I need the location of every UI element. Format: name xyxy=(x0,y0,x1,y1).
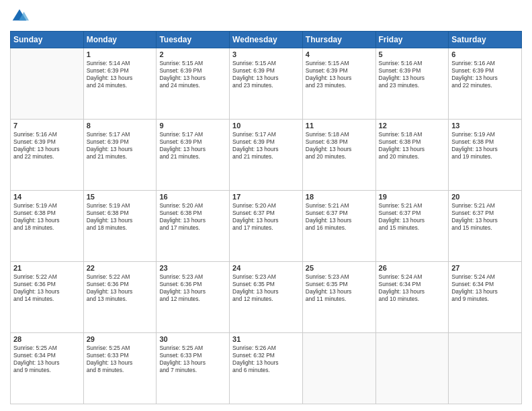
cell-line: Daylight: 13 hours xyxy=(13,288,81,295)
day-number: 26 xyxy=(379,264,446,272)
day-number: 6 xyxy=(451,50,519,58)
calendar-cell: 11Sunrise: 5:18 AMSunset: 6:38 PMDayligh… xyxy=(302,120,375,191)
cell-line: Daylight: 13 hours xyxy=(306,146,373,153)
cell-line: Sunset: 6:37 PM xyxy=(451,210,519,217)
calendar-cell: 13Sunrise: 5:19 AMSunset: 6:38 PMDayligh… xyxy=(449,120,522,191)
cell-line: Sunset: 6:36 PM xyxy=(159,281,226,288)
cell-line: Sunset: 6:39 PM xyxy=(159,67,226,75)
cell-line: and 21 minutes. xyxy=(232,153,300,161)
cell-line: Sunrise: 5:17 AM xyxy=(159,131,226,138)
cell-line: Sunset: 6:38 PM xyxy=(13,210,81,217)
cell-line: Sunset: 6:34 PM xyxy=(379,281,446,288)
cell-line: Daylight: 13 hours xyxy=(87,146,154,153)
cell-line: and 6 minutes. xyxy=(232,367,300,374)
day-header-wednesday: Wednesday xyxy=(230,32,303,48)
calendar-cell: 17Sunrise: 5:20 AMSunset: 6:37 PMDayligh… xyxy=(230,191,303,262)
cell-line: Daylight: 13 hours xyxy=(159,75,226,82)
cell-line: and 23 minutes. xyxy=(379,82,446,89)
cell-line: Daylight: 13 hours xyxy=(232,75,300,82)
cell-line: and 7 minutes. xyxy=(159,367,226,374)
calendar-cell: 3Sunrise: 5:15 AMSunset: 6:39 PMDaylight… xyxy=(230,48,303,120)
day-number: 24 xyxy=(232,264,300,272)
cell-line: Sunset: 6:34 PM xyxy=(451,281,519,288)
cell-line: Daylight: 13 hours xyxy=(232,359,300,367)
cell-line: and 12 minutes. xyxy=(232,295,300,303)
cell-line: and 11 minutes. xyxy=(306,295,373,303)
cell-line: and 15 minutes. xyxy=(379,224,446,232)
cell-line: Daylight: 13 hours xyxy=(13,146,81,153)
cell-line: Sunset: 6:34 PM xyxy=(13,352,81,359)
calendar-cell: 31Sunrise: 5:26 AMSunset: 6:32 PMDayligh… xyxy=(230,333,303,404)
day-header-saturday: Saturday xyxy=(449,32,522,48)
header xyxy=(10,7,522,26)
calendar-week-3: 14Sunrise: 5:19 AMSunset: 6:38 PMDayligh… xyxy=(11,191,522,262)
calendar-cell: 23Sunrise: 5:23 AMSunset: 6:36 PMDayligh… xyxy=(157,262,230,333)
cell-line: Daylight: 13 hours xyxy=(87,217,154,224)
cell-line: Sunrise: 5:20 AM xyxy=(159,202,226,210)
calendar-cell: 20Sunrise: 5:21 AMSunset: 6:37 PMDayligh… xyxy=(449,191,522,262)
day-number: 22 xyxy=(87,264,154,272)
cell-line: Sunset: 6:32 PM xyxy=(232,352,300,359)
day-number: 2 xyxy=(159,50,226,58)
cell-line: Sunrise: 5:21 AM xyxy=(451,202,519,210)
day-number: 8 xyxy=(87,122,154,130)
cell-line: Sunset: 6:37 PM xyxy=(379,210,446,217)
cell-line: Daylight: 13 hours xyxy=(232,288,300,295)
calendar-header-row: SundayMondayTuesdayWednesdayThursdayFrid… xyxy=(11,32,522,48)
cell-line: Sunrise: 5:17 AM xyxy=(232,131,300,138)
day-number: 25 xyxy=(306,264,373,272)
day-number: 14 xyxy=(13,193,81,201)
cell-line: Sunrise: 5:23 AM xyxy=(232,273,300,281)
day-number: 4 xyxy=(306,50,373,58)
cell-line: and 13 minutes. xyxy=(87,295,154,303)
calendar-table: SundayMondayTuesdayWednesdayThursdayFrid… xyxy=(10,31,522,404)
cell-line: Daylight: 13 hours xyxy=(379,146,446,153)
cell-line: and 14 minutes. xyxy=(13,295,81,303)
day-number: 10 xyxy=(232,122,300,130)
day-header-sunday: Sunday xyxy=(11,32,84,48)
cell-line: Sunset: 6:39 PM xyxy=(306,67,373,75)
calendar-cell: 12Sunrise: 5:18 AMSunset: 6:38 PMDayligh… xyxy=(375,120,449,191)
cell-line: and 12 minutes. xyxy=(159,295,226,303)
cell-line: Daylight: 13 hours xyxy=(379,288,446,295)
cell-line: and 23 minutes. xyxy=(232,82,300,89)
calendar-cell: 24Sunrise: 5:23 AMSunset: 6:35 PMDayligh… xyxy=(230,262,303,333)
cell-line: and 16 minutes. xyxy=(306,224,373,232)
cell-line: and 17 minutes. xyxy=(159,224,226,232)
cell-line: Sunrise: 5:21 AM xyxy=(379,202,446,210)
cell-line: Sunrise: 5:18 AM xyxy=(306,131,373,138)
cell-line: Sunrise: 5:19 AM xyxy=(451,131,519,138)
cell-line: Sunrise: 5:14 AM xyxy=(87,60,154,67)
cell-line: Sunrise: 5:26 AM xyxy=(232,345,300,352)
day-number: 13 xyxy=(451,122,519,130)
calendar-cell: 21Sunrise: 5:22 AMSunset: 6:36 PMDayligh… xyxy=(11,262,84,333)
calendar-cell: 5Sunrise: 5:16 AMSunset: 6:39 PMDaylight… xyxy=(375,48,449,120)
calendar-cell: 9Sunrise: 5:17 AMSunset: 6:39 PMDaylight… xyxy=(157,120,230,191)
cell-line: Daylight: 13 hours xyxy=(451,217,519,224)
calendar-week-5: 28Sunrise: 5:25 AMSunset: 6:34 PMDayligh… xyxy=(11,333,522,404)
cell-line: Sunrise: 5:25 AM xyxy=(13,345,81,352)
cell-line: Daylight: 13 hours xyxy=(13,359,81,367)
cell-line: and 20 minutes. xyxy=(379,153,446,161)
calendar-cell: 10Sunrise: 5:17 AMSunset: 6:39 PMDayligh… xyxy=(230,120,303,191)
day-number: 1 xyxy=(87,50,154,58)
cell-line: Sunrise: 5:20 AM xyxy=(232,202,300,210)
calendar-cell: 15Sunrise: 5:19 AMSunset: 6:38 PMDayligh… xyxy=(83,191,157,262)
calendar-cell: 16Sunrise: 5:20 AMSunset: 6:38 PMDayligh… xyxy=(157,191,230,262)
cell-line: and 18 minutes. xyxy=(13,224,81,232)
day-header-monday: Monday xyxy=(83,32,157,48)
cell-line: Sunset: 6:35 PM xyxy=(232,281,300,288)
calendar-cell xyxy=(449,333,522,404)
cell-line: Sunrise: 5:25 AM xyxy=(159,345,226,352)
calendar-cell: 19Sunrise: 5:21 AMSunset: 6:37 PMDayligh… xyxy=(375,191,449,262)
cell-line: Daylight: 13 hours xyxy=(379,217,446,224)
calendar-week-1: 1Sunrise: 5:14 AMSunset: 6:39 PMDaylight… xyxy=(11,48,522,120)
cell-line: and 22 minutes. xyxy=(13,153,81,161)
day-number: 18 xyxy=(306,193,373,201)
cell-line: Daylight: 13 hours xyxy=(87,359,154,367)
cell-line: Daylight: 13 hours xyxy=(451,75,519,82)
cell-line: Sunset: 6:38 PM xyxy=(451,138,519,146)
cell-line: Sunset: 6:36 PM xyxy=(13,281,81,288)
calendar-cell: 27Sunrise: 5:24 AMSunset: 6:34 PMDayligh… xyxy=(449,262,522,333)
cell-line: Sunset: 6:33 PM xyxy=(159,352,226,359)
